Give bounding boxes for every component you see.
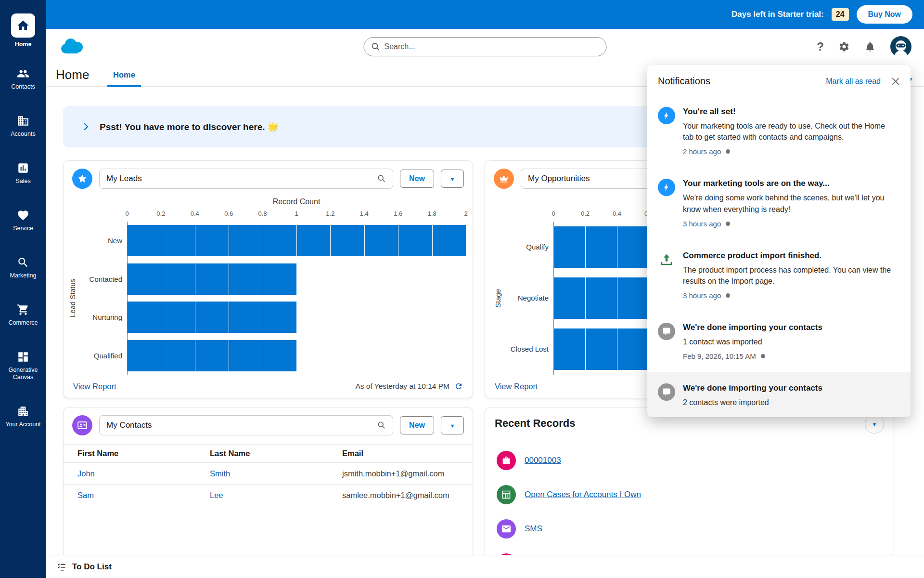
- gridline-overlay: [585, 222, 586, 375]
- notification-body: 2 contacts were imported: [683, 397, 822, 408]
- mark-all-as-read-link[interactable]: Mark all as read: [826, 77, 881, 86]
- column-header-email[interactable]: Email: [342, 445, 473, 463]
- x-tick-label: 0: [552, 210, 555, 217]
- user-avatar[interactable]: [890, 36, 911, 57]
- sidebar-item-generative-canvas[interactable]: Generative Canvas: [2, 351, 44, 381]
- notification-item[interactable]: Commerce product import finished. The pr…: [647, 239, 911, 311]
- refresh-icon[interactable]: [454, 382, 463, 391]
- notification-time: 2 hours ago: [683, 147, 893, 156]
- gridline-overlay: [364, 222, 365, 375]
- y-category-label: New: [69, 222, 122, 260]
- recent-records-dropdown-button[interactable]: ▼: [865, 414, 884, 434]
- gridline-overlay: [617, 222, 617, 375]
- app-navigation-sidebar: Home Contacts Accounts Sales Service Mar…: [0, 0, 46, 578]
- column-header-last-name[interactable]: Last Name: [210, 445, 342, 463]
- email-icon: [497, 519, 516, 539]
- y-axis-categories: NewContactedNurturingQualified: [69, 222, 122, 375]
- upload-icon: [658, 251, 675, 268]
- opportunities-object-icon: [494, 169, 514, 189]
- contacts-object-icon: [72, 415, 92, 435]
- gridline-overlay: [330, 222, 331, 375]
- notification-time: Feb 9, 2026, 10:15 AM: [683, 352, 822, 360]
- x-tick-label: 0.4: [613, 210, 621, 217]
- column-header-first-name[interactable]: First Name: [64, 445, 210, 463]
- recent-record-link[interactable]: Open Cases for Accounts I Own: [525, 490, 641, 499]
- y-axis-categories: QualifyNegotiateClosed Lost: [496, 222, 549, 375]
- chevron-down-icon: ▼: [450, 423, 455, 429]
- notification-item[interactable]: You're all set! Your marketing tools are…: [647, 95, 911, 167]
- chart-plot-area: [127, 222, 466, 375]
- page-title: Home: [56, 67, 89, 82]
- x-tick-label: 1.2: [326, 210, 334, 217]
- contact-last-name-link[interactable]: Smith: [210, 469, 230, 478]
- gridline-overlay: [466, 222, 466, 375]
- contacts-more-actions-button[interactable]: ▼: [441, 416, 464, 434]
- sidebar-item-marketing[interactable]: Marketing: [10, 256, 37, 279]
- sidebar-item-sales[interactable]: Sales: [15, 162, 30, 185]
- setup-gear-icon[interactable]: [838, 41, 850, 53]
- recent-record-row[interactable]: Open Cases for Accounts I Own: [493, 477, 885, 512]
- chat-icon: [658, 383, 675, 401]
- recent-record-link[interactable]: SMS: [525, 524, 542, 534]
- gridline-overlay: [161, 222, 161, 375]
- sidebar-item-label: Accounts: [11, 131, 35, 138]
- y-category-label: Qualified: [69, 337, 122, 375]
- view-report-link[interactable]: View Report: [73, 382, 116, 391]
- help-icon[interactable]: ?: [817, 40, 824, 53]
- bar-new: [128, 225, 466, 256]
- contact-email: samlee.mobbin+1@gmail.com: [342, 485, 473, 506]
- banner-text: Psst! You have more to discover here. 🌟: [100, 121, 279, 132]
- gridline-overlay: [296, 222, 297, 375]
- x-tick-label: 2: [464, 210, 467, 217]
- sidebar-item-service[interactable]: Service: [13, 209, 33, 232]
- search-icon: [377, 174, 386, 183]
- leads-more-actions-button[interactable]: ▼: [441, 170, 464, 188]
- notification-title: You're all set!: [683, 107, 893, 117]
- chevron-right-icon: [82, 123, 90, 131]
- recent-records-card: Recent Records ▼ 00001003 Open Cases for…: [485, 407, 893, 559]
- leads-list-view-selector[interactable]: My Leads: [99, 169, 393, 189]
- sidebar-item-contacts[interactable]: Contacts: [11, 67, 35, 91]
- notifications-panel: Notifications Mark all as read You're al…: [647, 65, 911, 417]
- contact-first-name-link[interactable]: Sam: [77, 491, 94, 499]
- new-contact-button[interactable]: New: [400, 416, 434, 434]
- contact-last-name-link[interactable]: Lee: [210, 491, 223, 499]
- tab-home[interactable]: Home: [107, 65, 141, 87]
- recent-record-row[interactable]: SMS: [493, 512, 885, 546]
- notifications-bell-icon[interactable]: [864, 41, 876, 53]
- view-report-link[interactable]: View Report: [495, 382, 538, 391]
- trial-days-badge: 24: [832, 8, 849, 21]
- new-lead-button[interactable]: New: [400, 170, 434, 188]
- global-search-input[interactable]: [364, 37, 607, 56]
- recent-record-link[interactable]: 00001003: [525, 456, 561, 465]
- sidebar-item-home[interactable]: Home: [11, 13, 35, 48]
- notification-time: 3 hours ago: [683, 291, 893, 300]
- x-tick-label: 0.2: [581, 210, 590, 217]
- close-icon[interactable]: [891, 77, 900, 86]
- buy-now-button[interactable]: Buy Now: [857, 5, 912, 24]
- notification-body: Your marketing tools are ready to use. C…: [683, 120, 893, 143]
- notification-body: 1 contact was imported: [683, 336, 822, 347]
- sidebar-item-accounts[interactable]: Accounts: [11, 115, 35, 138]
- sidebar-item-label: Contacts: [11, 83, 35, 91]
- lightning-icon: [658, 179, 675, 196]
- chat-icon: [658, 323, 675, 340]
- contacts-list-view-selector[interactable]: My Contacts: [99, 415, 393, 435]
- notification-item[interactable]: We're done importing your contacts 1 con…: [647, 311, 911, 372]
- notification-item[interactable]: Your marketing tools are on the way... W…: [647, 167, 911, 239]
- x-tick-label: 1: [295, 210, 298, 217]
- leads-bar-chart: Record Count 00.20.40.60.811.21.41.61.82…: [64, 197, 473, 375]
- contact-first-name-link[interactable]: John: [77, 469, 95, 478]
- sidebar-item-commerce[interactable]: Commerce: [8, 303, 38, 327]
- notification-title: Commerce product import finished.: [683, 251, 893, 261]
- trial-days-label: Days left in Starter trial:: [732, 10, 824, 19]
- star-emoji: 🌟: [268, 122, 279, 132]
- sidebar-item-your-account[interactable]: Your Account: [5, 405, 40, 428]
- notification-item[interactable]: We're done importing your contacts 2 con…: [647, 372, 911, 417]
- generative-canvas-icon: [17, 351, 29, 363]
- y-category-label: Contacted: [69, 260, 122, 299]
- todo-list-button[interactable]: To Do List: [72, 562, 112, 572]
- recent-record-row[interactable]: 00001003: [493, 443, 885, 477]
- your-account-icon: [17, 405, 29, 418]
- sidebar-item-label: Home: [15, 41, 32, 48]
